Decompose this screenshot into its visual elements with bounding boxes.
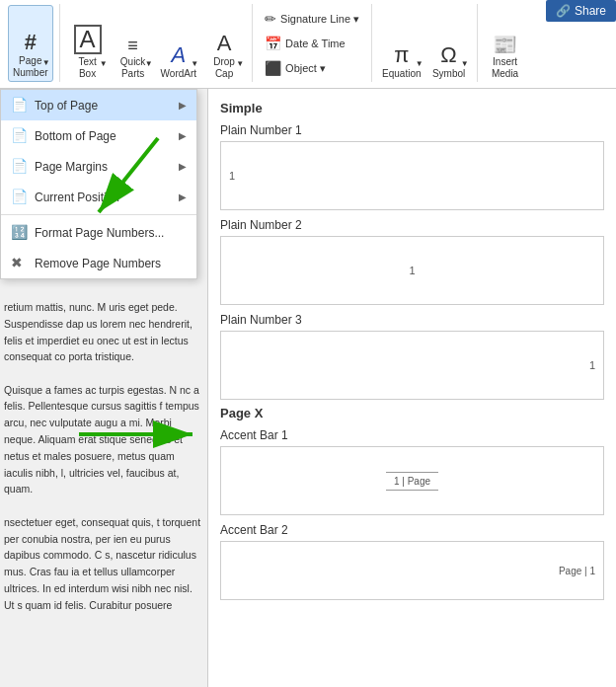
doc-text-area: retium mattis, nunc. M uris eget pede. S… bbox=[4, 299, 203, 614]
wordart-icon: A bbox=[171, 44, 186, 66]
gallery-section-title: Simple bbox=[220, 101, 604, 115]
share-icon: 🔗 bbox=[556, 4, 571, 18]
plain-number-2-preview[interactable]: 1 bbox=[220, 236, 604, 305]
quick-parts-icon: ≡ bbox=[127, 37, 138, 54]
dropdown-item-remove-page-numbers[interactable]: ✖ Remove Page Numbers bbox=[1, 248, 196, 278]
sig-group: ✏ Signature Line ▾ 📅 Date & Time ⬛ Objec… bbox=[259, 4, 372, 82]
wordart-label: WordArt bbox=[161, 68, 197, 80]
page-margins-icon: 📄 bbox=[11, 156, 27, 177]
sig-label: Signature Line ▾ bbox=[280, 13, 359, 26]
dropdown-item-current-position[interactable]: 📄 Current Position ▶ bbox=[1, 182, 196, 212]
text-group: A TextBox ▼ ≡ QuickParts ▼ A WordArt ▼ A… bbox=[66, 4, 254, 82]
page-number-arrow: ▼ bbox=[42, 58, 50, 67]
main-area: 📄 Top of Page ▶ 📄 Bottom of Page ▶ 📄 Pag… bbox=[0, 89, 616, 687]
text-box-btn[interactable]: A TextBox ▼ bbox=[66, 5, 110, 82]
equation-icon: π bbox=[394, 44, 409, 66]
equation-label: Equation bbox=[382, 68, 421, 80]
quick-parts-btn[interactable]: ≡ QuickParts ▼ bbox=[112, 5, 155, 82]
page-number-icon: # bbox=[25, 32, 37, 53]
wordart-arrow: ▼ bbox=[191, 59, 198, 68]
media-group: 📰 InsertMedia bbox=[484, 4, 533, 82]
quick-parts-arrow: ▼ bbox=[145, 59, 153, 68]
wordart-btn[interactable]: A WordArt ▼ bbox=[157, 5, 201, 82]
current-position-icon: 📄 bbox=[11, 187, 27, 207]
dropdown-divider-1 bbox=[1, 214, 196, 215]
format-page-icon: 🔢 bbox=[11, 222, 27, 243]
symbol-arrow: ▼ bbox=[461, 59, 469, 68]
top-of-page-label: Top of Page bbox=[35, 97, 171, 114]
bottom-of-page-icon: 📄 bbox=[11, 125, 27, 146]
accent-bar-2-text: Page | 1 bbox=[559, 566, 595, 576]
accent-bar-2-preview[interactable]: Page | 1 bbox=[220, 541, 604, 600]
doc-paragraph-2: Quisque a fames ac turpis egestas. N nc … bbox=[4, 382, 203, 498]
gallery-panel[interactable]: Simple Plain Number 1 1 Plain Number 2 1… bbox=[207, 89, 616, 687]
date-icon: 📅 bbox=[265, 36, 281, 51]
media-icon: 📰 bbox=[493, 35, 517, 54]
current-position-label: Current Position bbox=[35, 189, 171, 206]
dropdown-item-page-margins[interactable]: 📄 Page Margins ▶ bbox=[1, 151, 196, 182]
dropdown-item-top-of-page[interactable]: 📄 Top of Page ▶ bbox=[1, 90, 196, 120]
quick-parts-label: QuickParts bbox=[120, 56, 146, 80]
drop-cap-btn[interactable]: A DropCap ▼ bbox=[202, 5, 246, 82]
doc-paragraph-1: retium mattis, nunc. M uris eget pede. S… bbox=[4, 299, 203, 365]
bottom-of-page-label: Bottom of Page bbox=[35, 127, 171, 145]
dropdown-item-format-page-numbers[interactable]: 🔢 Format Page Numbers... bbox=[1, 217, 196, 248]
object-label: Object ▾ bbox=[285, 62, 326, 75]
plain-number-3-label: Plain Number 3 bbox=[220, 313, 604, 327]
media-label: InsertMedia bbox=[492, 56, 518, 80]
symbol-btn[interactable]: Ω Symbol ▼ bbox=[427, 5, 471, 82]
plain-number-2-label: Plain Number 2 bbox=[220, 218, 604, 232]
accent-bar-1-preview[interactable]: 1 | Page bbox=[220, 446, 604, 515]
page-number-dropdown: 📄 Top of Page ▶ 📄 Bottom of Page ▶ 📄 Pag… bbox=[0, 89, 197, 279]
object-icon: ⬛ bbox=[265, 60, 281, 76]
drop-cap-icon: A bbox=[217, 33, 232, 54]
text-box-icon: A bbox=[74, 25, 102, 54]
drop-cap-arrow: ▼ bbox=[236, 59, 244, 68]
text-box-arrow: ▼ bbox=[100, 59, 108, 68]
gallery-content: Simple Plain Number 1 1 Plain Number 2 1… bbox=[208, 89, 616, 614]
remove-page-label: Remove Page Numbers bbox=[35, 255, 187, 272]
page-margins-arrow: ▶ bbox=[179, 159, 187, 174]
page-x-section-title: Page X bbox=[220, 406, 604, 420]
share-button[interactable]: 🔗 Share bbox=[546, 0, 616, 22]
document-area: 📄 Top of Page ▶ 📄 Bottom of Page ▶ 📄 Pag… bbox=[0, 89, 207, 687]
sig-icon: ✏ bbox=[265, 11, 276, 27]
object-btn[interactable]: ⬛ Object ▾ bbox=[259, 56, 365, 80]
current-position-arrow: ▶ bbox=[179, 190, 187, 204]
equation-btn[interactable]: π Equation ▼ bbox=[378, 5, 424, 82]
equation-arrow: ▼ bbox=[416, 59, 424, 68]
plain-number-1-label: Plain Number 1 bbox=[220, 123, 604, 137]
page-margins-label: Page Margins bbox=[35, 158, 171, 176]
plain-number-2-value: 1 bbox=[409, 265, 415, 276]
top-of-page-arrow: ▶ bbox=[179, 98, 187, 113]
remove-page-icon: ✖ bbox=[11, 253, 27, 273]
date-time-btn[interactable]: 📅 Date & Time bbox=[259, 32, 365, 55]
insert-media-btn[interactable]: 📰 InsertMedia bbox=[484, 5, 527, 82]
dropdown-item-bottom-of-page[interactable]: 📄 Bottom of Page ▶ bbox=[1, 120, 196, 151]
page-number-group: # PageNumber ▼ bbox=[8, 4, 60, 82]
accent-bar-1-content: 1 | Page bbox=[386, 472, 438, 491]
plain-number-3-preview[interactable]: 1 bbox=[220, 331, 604, 400]
accent-bar-1-label: Accent Bar 1 bbox=[220, 428, 604, 442]
ribbon: 🔗 Share # PageNumber ▼ A TextBox ▼ ≡ Qui… bbox=[0, 0, 616, 89]
top-of-page-icon: 📄 bbox=[11, 95, 27, 115]
date-label: Date & Time bbox=[285, 38, 346, 49]
bottom-of-page-arrow: ▶ bbox=[179, 128, 187, 143]
doc-paragraph-3: nsectetuer eget, consequat quis, t torqu… bbox=[4, 514, 203, 614]
symbol-label: Symbol bbox=[432, 68, 465, 80]
drop-cap-label: DropCap bbox=[213, 56, 235, 80]
plain-number-1-preview[interactable]: 1 bbox=[220, 141, 604, 210]
plain-number-3-value: 1 bbox=[589, 359, 595, 371]
accent-bar-2-label: Accent Bar 2 bbox=[220, 523, 604, 537]
sig-small-group: ✏ Signature Line ▾ 📅 Date & Time ⬛ Objec… bbox=[259, 5, 365, 82]
signature-line-btn[interactable]: ✏ Signature Line ▾ bbox=[259, 7, 365, 31]
format-page-label: Format Page Numbers... bbox=[35, 224, 187, 242]
eq-group: π Equation ▼ Ω Symbol ▼ bbox=[378, 4, 477, 82]
symbol-icon: Ω bbox=[440, 44, 456, 66]
text-box-label: TextBox bbox=[78, 56, 96, 80]
plain-number-1-value: 1 bbox=[229, 170, 235, 182]
page-number-btn[interactable]: # PageNumber ▼ bbox=[8, 5, 53, 82]
accent-bar-1-text: 1 | Page bbox=[394, 476, 430, 487]
